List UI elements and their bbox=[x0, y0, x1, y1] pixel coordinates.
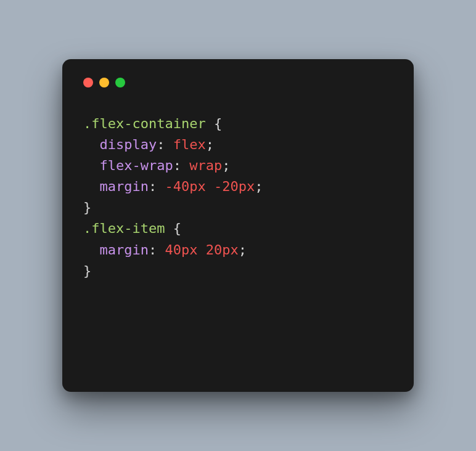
close-icon[interactable] bbox=[83, 78, 93, 87]
code-line: } bbox=[83, 261, 393, 282]
open-brace: { bbox=[173, 221, 181, 236]
code-line: } bbox=[83, 197, 393, 218]
close-brace: } bbox=[83, 200, 91, 215]
minimize-icon[interactable] bbox=[99, 78, 109, 87]
css-selector: .flex-item bbox=[83, 221, 165, 236]
css-property: display bbox=[100, 137, 157, 152]
maximize-icon[interactable] bbox=[115, 78, 125, 87]
css-value: flex bbox=[173, 137, 206, 152]
semicolon: ; bbox=[206, 137, 214, 152]
colon: : bbox=[149, 179, 157, 194]
code-line: .flex-container { bbox=[83, 113, 393, 134]
close-brace: } bbox=[83, 263, 91, 278]
code-line: flex-wrap: wrap; bbox=[83, 155, 393, 176]
colon: : bbox=[149, 242, 157, 258]
code-line: display: flex; bbox=[83, 134, 393, 155]
css-property: margin bbox=[100, 242, 149, 258]
semicolon: ; bbox=[222, 158, 230, 173]
css-value: 40px 20px bbox=[165, 242, 238, 258]
css-selector: .flex-container bbox=[83, 116, 206, 131]
code-block: .flex-container { display: flex; flex-wr… bbox=[83, 113, 393, 282]
code-window: .flex-container { display: flex; flex-wr… bbox=[62, 59, 414, 392]
window-controls bbox=[83, 78, 393, 87]
css-value: -40px -20px bbox=[165, 179, 255, 194]
css-property: flex-wrap bbox=[100, 158, 173, 173]
code-line: margin: -40px -20px; bbox=[83, 176, 393, 197]
open-brace: { bbox=[214, 116, 222, 131]
code-line: .flex-item { bbox=[83, 218, 393, 239]
css-value: wrap bbox=[189, 158, 222, 173]
code-line: margin: 40px 20px; bbox=[83, 240, 393, 261]
colon: : bbox=[173, 158, 181, 173]
semicolon: ; bbox=[239, 242, 247, 258]
semicolon: ; bbox=[255, 179, 263, 194]
colon: : bbox=[157, 137, 165, 152]
css-property: margin bbox=[100, 179, 149, 194]
